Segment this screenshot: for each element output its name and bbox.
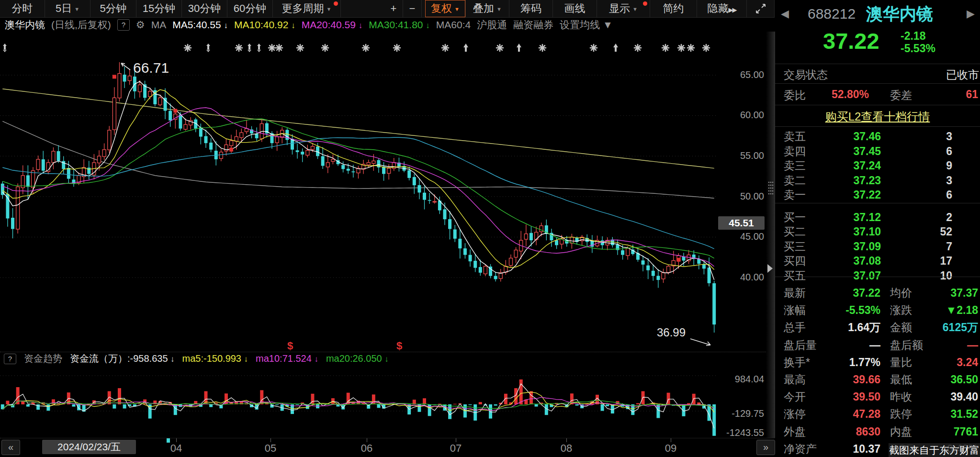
candle-body-up (306, 150, 309, 155)
arrow-down-icon: ↓ (384, 355, 389, 364)
help-icon[interactable]: ? (117, 19, 130, 31)
candle-body-down (712, 283, 716, 324)
stat-value: 37.37 (950, 284, 978, 301)
arrow-down-icon: ↓ (359, 21, 363, 30)
event-star-icon (322, 45, 328, 51)
month-label: 09 (656, 442, 685, 455)
gear-icon[interactable]: ⚙ (136, 19, 145, 31)
order-volume: 7 (946, 239, 952, 254)
bid-ask-separator (775, 203, 980, 203)
toolbar-button-5日[interactable]: 5日▼ (45, 0, 90, 17)
candle-body-down (529, 233, 533, 240)
toolbar-button-复权[interactable]: 复权▼ (425, 0, 466, 17)
expand-view-icon[interactable] (747, 0, 775, 17)
stats-row: 最新37.22均价37.37 (775, 284, 980, 301)
stat-label: 金额 (890, 319, 912, 336)
event-star-icon (276, 45, 282, 51)
toolbar-button-叠加[interactable]: 叠加▼ (466, 0, 509, 17)
toolbar-button-label: 叠加 (473, 2, 494, 14)
candle-body-down (423, 193, 426, 200)
bid-row[interactable]: 买一37.122 (775, 210, 980, 224)
stat-value: 1.64万 (823, 319, 880, 336)
ask-row[interactable]: 卖三37.249 (775, 158, 980, 173)
highlight-dot-marker (676, 258, 680, 262)
candle-body-down (469, 255, 472, 262)
flow-bar-positive (636, 403, 640, 404)
chevron-down-icon: ▼ (327, 6, 332, 12)
toolbar-button-15分钟[interactable]: 15分钟 (136, 0, 182, 17)
flow-bar-negative (494, 404, 497, 406)
indicator-help-icon[interactable]: ? (4, 354, 16, 364)
toolbar-button-+[interactable]: + (384, 0, 403, 17)
stat-value: 36.50 (950, 371, 978, 388)
stats-row: 外盘8630内盘7761 (775, 423, 980, 440)
ask-row[interactable]: 卖四37.456 (775, 144, 980, 158)
quote-panel: ◀ ▶ 688212 澳华内镜 37.22 -2.18 -5.53% 交易状态 … (775, 0, 980, 457)
money-flow-chart[interactable] (0, 365, 775, 438)
stat-value: 10.37 (823, 440, 880, 457)
candle-body-down (296, 150, 299, 152)
toolbar-button-60分钟[interactable]: 60分钟 (227, 0, 273, 17)
event-star-icon (687, 45, 694, 51)
ask-row[interactable]: 卖一37.226 (775, 188, 980, 202)
event-star-icon (678, 45, 685, 51)
toolbar-button-−[interactable]: − (403, 0, 422, 17)
highlight-dot-marker (229, 148, 233, 152)
toolbar-button-30分钟[interactable]: 30分钟 (182, 0, 227, 17)
stat-label: 换手* (784, 354, 810, 371)
candle-body-down (417, 185, 421, 192)
next-stock-arrow-icon[interactable]: ▶ (967, 8, 975, 20)
bid-row[interactable]: 买三37.097 (775, 239, 980, 254)
header-link-1[interactable]: 沪股通 (477, 18, 507, 32)
candle-body-up (433, 201, 436, 202)
indicator-value-3: ma10:71.524 ↓ (256, 353, 318, 364)
toolbar-button-筹码[interactable]: 筹码 (509, 0, 553, 17)
buy-l2-link[interactable]: 购买L2查看十档行情 (825, 110, 930, 123)
toolbar-button-更多周期[interactable]: 更多周期▼ (273, 0, 341, 17)
candle-body-up (387, 168, 391, 174)
toolbar-button-显示[interactable]: 显示▼ (597, 0, 650, 17)
toolbar-button-label: 筹码 (520, 2, 541, 14)
toolbar-button-隐藏[interactable]: 隐藏▶▶ (697, 0, 747, 17)
flow-bar-negative (489, 404, 492, 419)
toolbar-button-label: 5日 (56, 2, 72, 14)
stat-value: 39.40 (950, 388, 978, 405)
ma-settings-button[interactable]: 设置均线 ▼ (560, 18, 613, 32)
bid-row[interactable]: 买四37.0817 (775, 254, 980, 268)
prev-stock-arrow-icon[interactable]: ◀ (781, 8, 789, 20)
scroll-right-button[interactable]: » (756, 440, 775, 455)
order-level-label: 卖一 (784, 188, 806, 202)
scroll-left-button[interactable]: « (1, 440, 20, 455)
high-annotation: 66.71 (133, 60, 169, 76)
candle-body-down (164, 98, 167, 111)
bid-row[interactable]: 买五37.0710 (775, 268, 980, 283)
candle-body-up (667, 266, 670, 272)
toolbar-button-label: 15分钟 (143, 2, 175, 14)
candle-body-down (301, 152, 304, 155)
toolbar-button-简约[interactable]: 简约 (650, 0, 697, 17)
order-level-label: 买一 (784, 210, 806, 224)
header-link-2[interactable]: 融资融券 (513, 18, 553, 32)
stats-row: 涨停47.28跌停31.52 (775, 405, 980, 423)
flow-bar-positive (479, 402, 482, 404)
chart-header: 澳华内镜(日线,后复权)?⚙MAMA5:40.55 ↓MA10:40.92 ↓M… (0, 18, 779, 32)
toolbar-button-画线[interactable]: 画线 (553, 0, 597, 17)
order-price: 37.12 (853, 210, 881, 224)
ask-row[interactable]: 卖五37.463 (775, 129, 980, 144)
toolbar-button-5分钟[interactable]: 5分钟 (90, 0, 136, 17)
collapse-panel-arrow-icon[interactable] (767, 264, 773, 273)
toolbar-button-label: 分时 (12, 2, 33, 14)
panel-divider[interactable] (766, 32, 775, 438)
candle-body-up (509, 258, 513, 265)
bid-row[interactable]: 买二37.1052 (775, 224, 980, 239)
flow-bar-positive (6, 401, 9, 404)
candle-body-up (118, 74, 121, 98)
divider-grip-icon[interactable] (767, 181, 774, 195)
chevron-down-icon: ▼ (454, 6, 460, 12)
main-candlestick-chart[interactable]: $$66.7136.99 (0, 32, 775, 352)
stock-name: 澳华内镜 (866, 3, 933, 25)
ask-row[interactable]: 卖二37.233 (775, 173, 980, 188)
toolbar-button-分时[interactable]: 分时 (0, 0, 45, 17)
price-axis-label: 60.00 (718, 110, 764, 121)
flow-bar-negative (209, 404, 213, 407)
